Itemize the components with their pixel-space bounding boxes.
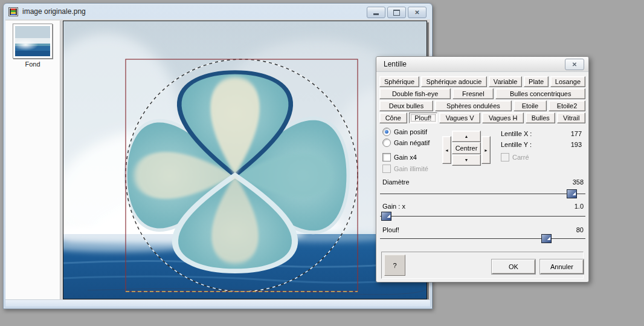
help-button[interactable]: ?: [384, 255, 405, 276]
lens-button-losange[interactable]: Losange: [550, 76, 585, 87]
dialog-footer: ? OK Annuler: [381, 252, 584, 279]
lens-button-spherique-adoucie[interactable]: Sphérique adoucie: [421, 76, 487, 87]
window-titlebar[interactable]: image originale.png ✕: [4, 4, 432, 19]
lens-button-etoile2[interactable]: Etoile2: [549, 100, 585, 111]
lentille-y-value: 193: [558, 141, 582, 148]
layers-sidebar: Fond: [5, 21, 60, 299]
image-file-icon: [8, 7, 18, 16]
lentille-x-label: Lentille X :: [501, 130, 532, 137]
ok-button[interactable]: OK: [492, 259, 535, 274]
lens-button-vitrail[interactable]: Vitrail: [557, 112, 585, 123]
lentille-x-value: 177: [558, 130, 582, 137]
dialog-close-icon: ✕: [572, 61, 577, 68]
dialog-close-button[interactable]: ✕: [565, 59, 584, 70]
move-right-button[interactable]: ►: [481, 136, 491, 164]
layer-thumbnail[interactable]: [13, 24, 53, 59]
dialog-title: Lentille: [384, 60, 407, 68]
carre-label: Carré: [512, 154, 529, 161]
arrow-up-icon: ▲: [465, 134, 469, 139]
gain-negatif-label: Gain négatif: [394, 139, 430, 146]
lens-row-1: Sphérique Sphérique adoucie Variable Pla…: [379, 76, 585, 87]
canvas-image: [63, 21, 427, 299]
lens-button-spherique[interactable]: Sphérique: [379, 76, 419, 87]
lens-button-double-fisheye[interactable]: Double fish-eye: [379, 88, 451, 99]
minimize-icon: [373, 13, 379, 15]
image-canvas[interactable]: [63, 21, 427, 299]
move-left-button[interactable]: ◄: [442, 136, 451, 164]
lens-button-fresnel[interactable]: Fresnel: [452, 88, 494, 99]
gain-x4-label: Gain x4: [394, 154, 417, 161]
close-button[interactable]: ✕: [408, 7, 427, 18]
move-up-button[interactable]: ▲: [452, 131, 481, 142]
carre-checkbox: [501, 153, 509, 161]
gain-label: Gain : x: [382, 203, 405, 210]
maximize-button[interactable]: [387, 7, 406, 18]
layer-thumbnail-image: [15, 26, 50, 56]
gain-value: 1.0: [559, 203, 584, 210]
plouf-slider-handle[interactable]: [541, 234, 552, 243]
gain-illimite-label: Gain illimité: [394, 165, 428, 172]
gain-slider-handle[interactable]: [381, 212, 391, 221]
lens-button-spheres-ondulees[interactable]: Sphères ondulées: [435, 100, 512, 111]
gain-negatif-radio[interactable]: [382, 139, 391, 147]
arrow-right-icon: ►: [484, 148, 488, 152]
gain-x4-checkbox[interactable]: [382, 153, 391, 161]
lens-row-3: Deux bulles Sphères ondulées Etoile Etoi…: [379, 100, 585, 111]
gain-slider-track[interactable]: [380, 216, 585, 217]
annuler-button[interactable]: Annuler: [540, 259, 584, 274]
maximize-icon: [393, 10, 400, 16]
lens-button-cone[interactable]: Cône: [379, 112, 407, 123]
lens-button-vagues-v[interactable]: Vagues V: [439, 112, 480, 123]
close-icon: ✕: [414, 10, 419, 16]
lens-row-2: Double fish-eye Fresnel Bulles concentri…: [379, 88, 585, 99]
plouf-slider-track[interactable]: [380, 238, 585, 239]
diametre-slider-handle[interactable]: [567, 189, 577, 198]
lens-row-4: Cône Plouf! Vagues V Vagues H Bulles Vit…: [379, 112, 585, 123]
gain-positif-radio[interactable]: [382, 128, 391, 136]
move-down-button[interactable]: ▼: [452, 154, 481, 166]
lens-button-plouf-active[interactable]: Plouf!: [409, 112, 437, 123]
lens-button-etoile[interactable]: Etoile: [514, 100, 547, 111]
lens-button-plate[interactable]: Plate: [524, 76, 549, 87]
gain-illimite-checkbox: [382, 165, 391, 173]
lens-button-bulles-concentriques[interactable]: Bulles concentriques: [495, 88, 585, 99]
lens-button-deux-bulles[interactable]: Deux bulles: [379, 100, 433, 111]
window-bottom-strip: [5, 299, 430, 307]
plouf-label: Plouf!: [382, 226, 399, 233]
lentille-dialog: Lentille ✕ Sphérique Sphérique adoucie V…: [376, 56, 589, 282]
arrow-left-icon: ◄: [445, 148, 449, 152]
window-content: Fond: [5, 19, 430, 307]
plouf-value: 80: [559, 226, 584, 233]
minimize-button[interactable]: [367, 7, 385, 18]
arrow-down-icon: ▼: [465, 158, 469, 162]
dialog-titlebar[interactable]: Lentille: [376, 57, 588, 72]
lentille-y-label: Lentille Y :: [501, 141, 532, 148]
diametre-label: Diamètre: [382, 178, 410, 186]
centrer-button[interactable]: Centrer: [452, 142, 481, 154]
help-icon: ?: [393, 262, 396, 269]
diametre-slider-track[interactable]: [380, 194, 585, 194]
gain-positif-label: Gain positif: [394, 128, 427, 135]
lens-button-vagues-h[interactable]: Vagues H: [482, 112, 524, 123]
diametre-value: 358: [559, 178, 584, 186]
lens-button-variable[interactable]: Variable: [489, 76, 522, 87]
layer-label: Fond: [5, 60, 60, 68]
window-title: image originale.png: [22, 7, 86, 16]
image-window: image originale.png ✕ Fond: [3, 3, 433, 309]
lens-button-bulles[interactable]: Bulles: [526, 112, 555, 123]
